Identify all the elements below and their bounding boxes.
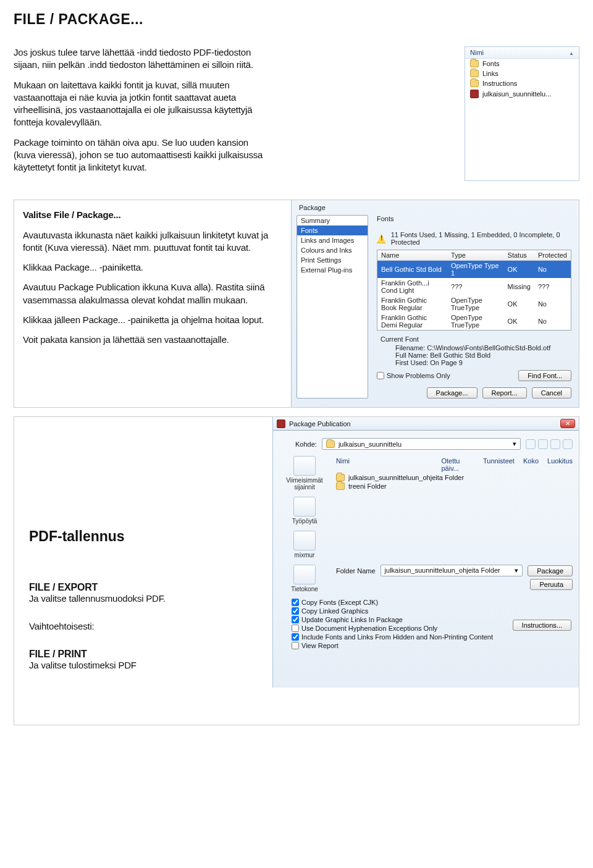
file-row[interactable]: julkaisun_suunnitteluun_ohjeita Folder — [336, 473, 573, 482]
pdf-section: PDF-tallennus FILE / EXPORT Ja valitse t… — [14, 417, 272, 688]
new-folder-icon[interactable] — [550, 439, 560, 449]
show-problems-checkbox[interactable]: Show Problems Only — [377, 372, 450, 379]
print-text: Ja valitse tulostimeksi PDF — [29, 660, 261, 670]
package-right-pane: Fonts 11 Fonts Used, 1 Missing, 1 Embedd… — [374, 215, 574, 398]
col-class[interactable]: Luokitus — [547, 457, 573, 472]
folder-icon — [336, 482, 345, 490]
indesign-app-icon — [277, 419, 285, 428]
cell: OK — [504, 261, 534, 279]
pkg-side-plugins[interactable]: External Plug-ins — [297, 265, 368, 275]
mid-p5: Voit pakata kansion ja lähettää sen vast… — [23, 334, 280, 346]
pkg-side-print[interactable]: Print Settings — [297, 255, 368, 265]
cell: Franklin Goth...i Cond Light — [377, 278, 448, 295]
nimi-item-fonts[interactable]: Fonts — [465, 59, 579, 69]
package-category-list: Summary Fonts Links and Images Colours a… — [296, 215, 368, 398]
nimi-item-instructions[interactable]: Instructions — [465, 78, 579, 88]
col-date[interactable]: Otettu päiv... — [441, 457, 474, 472]
file-row[interactable]: treeni Folder — [336, 482, 573, 491]
computer-icon — [293, 565, 316, 584]
kohde-label: Kohde: — [295, 440, 317, 448]
col-size[interactable]: Koko — [523, 457, 539, 472]
sort-indicator-icon: ▲ — [569, 51, 574, 56]
cell: OK — [504, 313, 534, 331]
desktop-icon — [293, 497, 316, 516]
nimi-header[interactable]: Nimi ▲ — [465, 47, 579, 59]
file-list-header: Nimi Otettu päiv... Tunnisteet Koko Luok… — [336, 456, 573, 473]
find-font-button[interactable]: Find Font... — [518, 370, 571, 381]
pkg-side-colours[interactable]: Colours and Inks — [297, 245, 368, 255]
ppub-title: Package Publication — [289, 420, 351, 428]
pkg-side-summary[interactable]: Summary — [297, 216, 368, 225]
nimi-item-label: Instructions — [482, 80, 517, 87]
file-name: julkaisun_suunnitteluun_ohjeita Folder — [348, 474, 464, 481]
font-row[interactable]: Bell Gothic Std Bold OpenType Type 1 OK … — [377, 261, 571, 279]
cell: No — [534, 295, 571, 313]
destination-value: julkaisun_suunnittelu — [339, 440, 402, 448]
opt-label: Copy Linked Graphics — [301, 607, 368, 615]
col-tags[interactable]: Tunnisteet — [483, 457, 515, 472]
report-button[interactable]: Report... — [482, 387, 527, 398]
col-nimi[interactable]: Nimi — [336, 457, 432, 472]
find-font-row: Show Problems Only Find Font... — [377, 370, 571, 381]
instructions-button[interactable]: Instructions... — [513, 620, 571, 631]
col-protected[interactable]: Protected — [534, 250, 571, 261]
pkg-side-links[interactable]: Links and Images — [297, 235, 368, 245]
show-problems-label: Show Problems Only — [387, 372, 450, 379]
pkg-side-fonts[interactable]: Fonts — [297, 225, 368, 235]
cell: No — [534, 313, 571, 331]
ppub-titlebar[interactable]: Package Publication ✕ — [273, 417, 579, 431]
opt-view-report[interactable]: View Report — [292, 642, 573, 649]
font-row[interactable]: Franklin Gothic Book Regular OpenType Tr… — [377, 295, 571, 313]
destination-select[interactable]: julkaisun_suunnittelu ▾ — [322, 438, 521, 450]
nimi-item-label: julkaisun_suunnittelu... — [482, 90, 551, 98]
up-icon[interactable] — [538, 439, 548, 449]
indesign-file-icon — [470, 90, 479, 98]
meta-fullname: Full Name: Bell Gothic Std Bold — [395, 352, 571, 359]
nimi-header-label: Nimi — [470, 49, 484, 56]
chevron-down-icon: ▾ — [515, 567, 518, 575]
nimi-item-label: Fonts — [482, 60, 500, 67]
place-label: Viimeisimmät sijainnit — [279, 477, 330, 491]
font-table-header: Name Type Status Protected — [377, 250, 571, 261]
package-button[interactable]: Package... — [427, 387, 477, 398]
mid-row: Valitse File / Package... Avautuvasta ik… — [14, 200, 579, 408]
package-right-title: Fonts — [377, 215, 571, 222]
folder-name-input[interactable]: julkaisun_suunnitteluun_ohjeita Folder ▾ — [381, 565, 523, 576]
ppub-package-button[interactable]: Package — [528, 565, 573, 576]
folder-icon — [470, 80, 479, 87]
cell: OK — [504, 295, 534, 313]
export-label: FILE / EXPORT — [29, 582, 261, 593]
cell: OpenType TrueType — [447, 295, 504, 313]
places-sidebar: Viimeisimmät sijainnit Työpöytä mixmur T… — [279, 456, 330, 599]
font-row[interactable]: Franklin Gothic Demi Regular OpenType Tr… — [377, 313, 571, 331]
opt-copy-graphics[interactable]: Copy Linked Graphics — [292, 607, 573, 615]
back-icon[interactable] — [526, 439, 536, 449]
place-recent[interactable]: Viimeisimmät sijainnit — [279, 456, 330, 491]
folder-icon — [470, 70, 479, 77]
file-name: treeni Folder — [348, 482, 387, 490]
font-warning-text: 11 Fonts Used, 1 Missing, 1 Embedded, 0 … — [391, 231, 571, 246]
cell: ??? — [534, 278, 571, 295]
export-text: Ja valitse tallennusmuodoksi PDF. — [29, 593, 261, 604]
pdf-heading: PDF-tallennus — [29, 528, 261, 545]
view-menu-icon[interactable] — [563, 439, 573, 449]
col-status[interactable]: Status — [504, 250, 534, 261]
place-user[interactable]: mixmur — [279, 531, 330, 558]
font-row[interactable]: Franklin Goth...i Cond Light ??? Missing… — [377, 278, 571, 295]
ppub-cancel-button[interactable]: Peruuta — [530, 579, 573, 590]
nimi-item-links[interactable]: Links — [465, 69, 579, 78]
cell: Franklin Gothic Book Regular — [377, 295, 448, 313]
opt-label: View Report — [301, 642, 339, 649]
user-icon — [293, 531, 316, 550]
place-desktop[interactable]: Työpöytä — [279, 497, 330, 525]
opt-include-hidden[interactable]: Include Fonts and Links From Hidden and … — [292, 633, 573, 641]
close-icon[interactable]: ✕ — [560, 419, 575, 428]
folder-name-row: Folder Name julkaisun_suunnitteluun_ohje… — [336, 565, 573, 576]
col-type[interactable]: Type — [447, 250, 504, 261]
cancel-button[interactable]: Cancel — [532, 387, 571, 398]
mid-p3: Avautuu Package Publication ikkuna Kuva … — [23, 281, 280, 306]
nimi-item-indd[interactable]: julkaisun_suunnittelu... — [465, 88, 579, 99]
place-computer[interactable]: Tietokone — [279, 565, 330, 592]
opt-copy-fonts[interactable]: Copy Fonts (Except CJK) — [292, 599, 573, 606]
col-name[interactable]: Name — [377, 250, 448, 261]
